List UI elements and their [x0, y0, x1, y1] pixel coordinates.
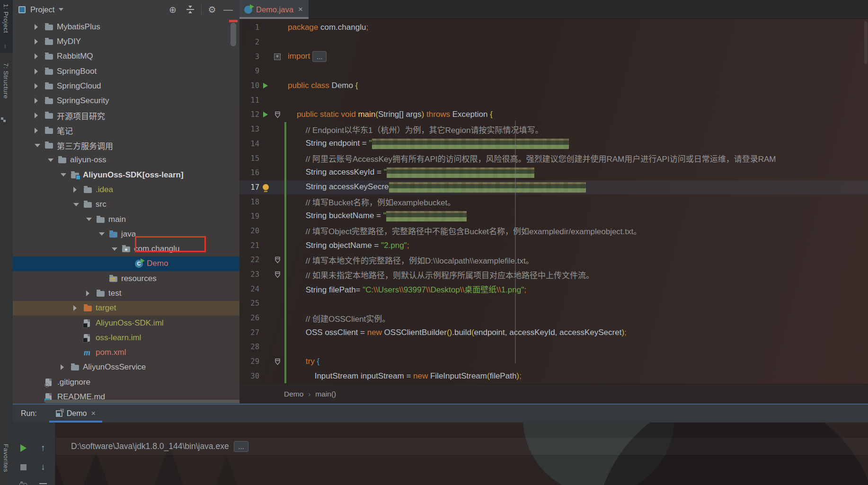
tree-item-springsecurity[interactable]: SpringSecurity: [13, 93, 239, 108]
tree-item-springboot[interactable]: SpringBoot: [13, 64, 239, 79]
tree-item-target[interactable]: target: [13, 301, 239, 316]
chevron-collapsed-icon[interactable]: [33, 39, 45, 44]
tree-item--[interactable]: 开源项目研究: [13, 108, 239, 123]
tree-item--idea[interactable]: .idea: [13, 182, 239, 197]
tree-item-oss-learn-iml[interactable]: oss-learn.iml: [13, 330, 239, 345]
code-line-2[interactable]: 2: [239, 35, 868, 50]
code-line-20[interactable]: 20 // 填写Object完整路径，完整路径中不能包含Bucket名称，例如e…: [239, 224, 868, 238]
chevron-expanded-icon[interactable]: [71, 203, 84, 206]
chevron-collapsed-icon[interactable]: [33, 113, 45, 118]
code-line-13[interactable]: 13 // Endpoint以华东1（杭州）为例，其它Region请按实际情况填…: [239, 122, 868, 137]
tree-item-resources[interactable]: resources: [13, 271, 239, 286]
tree-item--[interactable]: 笔记: [13, 123, 239, 138]
code-line-14[interactable]: 14 String endpoint = ": [239, 137, 868, 151]
chevron-expanded-icon[interactable]: [59, 173, 71, 176]
breadcrumb-item-demo[interactable]: Demo: [284, 390, 303, 398]
shield-gutter-icon[interactable]: [275, 111, 281, 118]
code-line-29[interactable]: 29 try {: [239, 354, 868, 369]
code-line-24[interactable]: 24 String filePath= "C:\\Users\\93997\\D…: [239, 282, 868, 296]
chevron-expanded-icon[interactable]: [46, 159, 58, 162]
tree-item-aliyunoss-sdk[interactable]: AliyunOss-SDK [oss-learn]: [13, 168, 239, 182]
tree-item-src[interactable]: src: [13, 197, 239, 212]
chevron-expanded-icon[interactable]: [33, 144, 45, 147]
code-line-18[interactable]: 18 // 填写Bucket名称，例如examplebucket。: [239, 194, 868, 209]
code-line-11[interactable]: 11: [239, 93, 868, 107]
tree-item-springcloud[interactable]: SpringCloud: [13, 79, 239, 93]
collapse-all-icon[interactable]: [186, 6, 194, 13]
code-line-15[interactable]: 15 // 阿里云账号AccessKey拥有所有API的访问权限，风险很高。强烈…: [239, 151, 868, 166]
project-view-title[interactable]: Project: [30, 5, 54, 14]
tree-item-aliyunoss-sdk-iml[interactable]: AliyunOss-SDK.iml: [13, 316, 239, 330]
tree-item-rabbitmq[interactable]: RabbitMQ: [13, 49, 239, 64]
tree-item-demo[interactable]: CDemo: [13, 256, 239, 271]
tree-item-mybatisplus[interactable]: MybatisPlus: [13, 19, 239, 34]
project-horizontal-scrollbar[interactable]: [45, 400, 239, 403]
shield-gutter-icon[interactable]: [275, 358, 281, 365]
code-line-26[interactable]: 26 // 创建OSSClient实例。: [239, 311, 868, 326]
chevron-collapsed-icon[interactable]: [33, 128, 45, 133]
folded-command-chip[interactable]: ...: [234, 441, 248, 452]
chevron-collapsed-icon[interactable]: [59, 364, 71, 370]
tree-item-main[interactable]: main: [13, 212, 239, 227]
sidebar-item-favorites[interactable]: Favorites: [2, 444, 9, 472]
chevron-collapsed-icon[interactable]: [33, 69, 45, 74]
code-line-25[interactable]: 25: [239, 296, 868, 311]
code-line-1[interactable]: 1package com.changlu;: [239, 20, 868, 35]
tree-item-test[interactable]: test: [13, 286, 239, 300]
tree-item--gitignore[interactable]: .gitignore: [13, 375, 239, 389]
tree-item-aliyunossservice[interactable]: AliyunOssService: [13, 360, 239, 375]
breadcrumb-item-main[interactable]: main(): [315, 390, 336, 398]
sidebar-item-project[interactable]: 1: Project: [2, 4, 9, 33]
chevron-expanded-icon[interactable]: [84, 218, 97, 221]
shield-gutter-icon[interactable]: [275, 256, 281, 264]
run-tab-demo[interactable]: Demo ×: [49, 405, 102, 423]
intention-bulb-icon[interactable]: [263, 184, 269, 190]
chevron-collapsed-icon[interactable]: [33, 83, 45, 89]
rerun-button[interactable]: [18, 442, 29, 454]
code-line-22[interactable]: 22 // 填写本地文件的完整路径，例如D:\\localpath\\examp…: [239, 253, 868, 267]
chevron-expanded-icon[interactable]: [97, 232, 109, 236]
run-gutter-icon[interactable]: [263, 83, 268, 88]
shield-gutter-icon[interactable]: [275, 271, 281, 278]
console-output[interactable]: D:\software\Java\jdk1.8.0_144\bin\java.e…: [56, 423, 868, 485]
chevron-collapsed-icon[interactable]: [33, 24, 45, 30]
close-icon[interactable]: ×: [298, 5, 303, 14]
code-line-12[interactable]: 12 public static void main(String[] args…: [239, 107, 868, 122]
fold-expand-icon[interactable]: +: [274, 53, 281, 60]
code-viewport[interactable]: 1package com.changlu;23+import ...910pub…: [239, 20, 868, 384]
locate-file-icon[interactable]: ⊕: [164, 4, 181, 15]
code-line-10[interactable]: 10public class Demo {: [239, 79, 868, 93]
code-line-23[interactable]: 23 // 如果未指定本地路径，则默认从示例程序所属项目对应本地路径中上传文件流…: [239, 267, 868, 282]
code-line-17[interactable]: 17 String accessKeySecre: [239, 180, 868, 195]
tree-item-aliyun-oss[interactable]: aliyun-oss: [13, 153, 239, 168]
editor-vertical-scrollbar[interactable]: [864, 21, 868, 64]
chevron-collapsed-icon[interactable]: [71, 187, 84, 193]
chevron-collapsed-icon[interactable]: [71, 305, 84, 311]
chevron-down-icon[interactable]: [59, 8, 63, 11]
gear-icon[interactable]: ⚙: [204, 4, 221, 15]
code-line-28[interactable]: 28: [239, 340, 868, 354]
code-line-30[interactable]: 30 InputStream inputStream = new FileInp…: [239, 369, 868, 384]
code-line-19[interactable]: 19 String bucketName = ": [239, 209, 868, 224]
sidebar-item-structure[interactable]: 7: Structure: [2, 63, 9, 99]
close-icon[interactable]: ×: [91, 409, 95, 418]
tree-item--[interactable]: 第三方服务调用: [13, 138, 239, 152]
soft-wrap-icon[interactable]: [37, 480, 49, 485]
hide-panel-icon[interactable]: —: [223, 4, 233, 15]
code-line-3[interactable]: 3+import ...: [239, 49, 868, 64]
code-line-16[interactable]: 16 String accessKeyId = ": [239, 166, 868, 180]
tree-item-mydiy[interactable]: MyDIY: [13, 34, 239, 49]
chevron-collapsed-icon[interactable]: [84, 291, 97, 296]
run-gutter-icon[interactable]: [263, 112, 268, 117]
chevron-collapsed-icon[interactable]: [33, 53, 45, 59]
tree-item-pom-xml[interactable]: mpom.xml: [13, 345, 239, 360]
thread-dump-camera-icon[interactable]: [18, 480, 29, 485]
chevron-collapsed-icon[interactable]: [33, 98, 45, 104]
code-line-9[interactable]: 9: [239, 64, 868, 79]
code-line-27[interactable]: 27 OSS ossClient = new OSSClientBuilder(…: [239, 325, 868, 340]
tab-demo-java[interactable]: Demo.java ×: [239, 0, 309, 19]
stop-button[interactable]: [18, 461, 29, 473]
project-vertical-scrollbar[interactable]: [230, 23, 236, 46]
chevron-expanded-icon[interactable]: [110, 247, 122, 251]
code-line-21[interactable]: 21 String objectName = "2.png";: [239, 238, 868, 253]
